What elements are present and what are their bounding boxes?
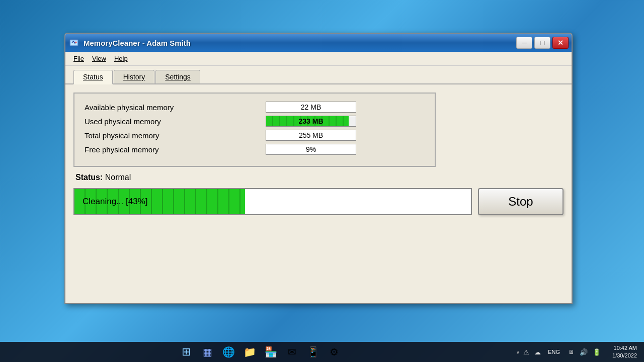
language-indicator[interactable]: ENG (548, 349, 560, 355)
system-tray: ∧ ⚠ ☁ (516, 347, 542, 356)
free-memory-value: 9% (266, 144, 356, 155)
phone-link-button[interactable]: 📱 (304, 343, 322, 361)
progress-text: Cleaning... [43%] (74, 189, 471, 214)
menu-bar: File View Help (65, 52, 572, 66)
used-memory-label: Used physical memory (85, 117, 266, 126)
cleaning-progress-bar: Cleaning... [43%] (73, 188, 472, 215)
memory-used-row: Used physical memory 233 MB (85, 116, 425, 127)
edge-button[interactable]: 🌐 (219, 343, 237, 361)
free-memory-label: Free physical memory (85, 145, 266, 154)
maximize-button[interactable]: □ (534, 37, 550, 49)
memory-free-row: Free physical memory 9% (85, 144, 425, 155)
cloud-icon: ☁ (533, 347, 542, 356)
settings-button[interactable]: ⚙ (325, 343, 343, 361)
available-memory-label: Available physical memory (85, 103, 266, 112)
total-memory-label: Total physical memory (85, 131, 266, 140)
memory-available-row: Available physical memory 22 MB (85, 102, 425, 113)
minimize-button[interactable]: ─ (516, 37, 532, 49)
network-icon[interactable]: 🖥 (566, 347, 575, 356)
content-area: Available physical memory 22 MB Used phy… (65, 84, 572, 223)
menu-help[interactable]: Help (110, 54, 132, 63)
desktop: MemoryCleaner - Adam Smith ─ □ ✕ File Vi… (0, 0, 644, 342)
available-memory-value: 22 MB (266, 102, 356, 113)
taskbar-right: ∧ ⚠ ☁ ENG 🖥 🔊 🔋 10:42 AM 1/30/2022 (516, 344, 640, 360)
taskbar-icons: ⊞ ▦ 🌐 📁 🏪 ✉ 📱 ⚙ (4, 343, 516, 361)
stop-button[interactable]: Stop (478, 188, 564, 215)
title-bar: MemoryCleaner - Adam Smith ─ □ ✕ (65, 34, 572, 52)
warning-icon: ⚠ (522, 347, 531, 356)
start-button[interactable]: ⊞ (177, 343, 195, 361)
mail-button[interactable]: ✉ (283, 343, 301, 361)
store-button[interactable]: 🏪 (262, 343, 280, 361)
systray-chevron[interactable]: ∧ (516, 349, 520, 355)
used-memory-value: 233 MB (266, 116, 356, 127)
tab-history[interactable]: History (114, 70, 155, 83)
window-controls: ─ □ ✕ (516, 37, 569, 49)
close-button[interactable]: ✕ (552, 37, 569, 49)
menu-file[interactable]: File (69, 54, 88, 63)
progress-area: Cleaning... [43%] Stop (73, 188, 564, 215)
taskbar: ⊞ ▦ 🌐 📁 🏪 ✉ 📱 ⚙ ∧ ⚠ ☁ ENG 🖥 🔊 🔋 10:42 AM… (0, 342, 644, 362)
status-line: Status: Normal (73, 173, 564, 182)
tab-settings[interactable]: Settings (155, 70, 200, 83)
total-memory-value: 255 MB (266, 130, 356, 141)
widgets-button[interactable]: ▦ (198, 343, 216, 361)
svg-point-2 (75, 42, 77, 43)
memory-info-box: Available physical memory 22 MB Used phy… (73, 93, 436, 167)
status-label: Status: (75, 173, 103, 182)
app-icon (68, 37, 79, 48)
status-value: Normal (105, 173, 131, 182)
taskbar-clock[interactable]: 10:42 AM 1/30/2022 (609, 344, 640, 360)
app-window: MemoryCleaner - Adam Smith ─ □ ✕ File Vi… (64, 33, 573, 304)
menu-view[interactable]: View (88, 54, 110, 63)
tab-status[interactable]: Status (73, 70, 113, 84)
window-title: MemoryCleaner - Adam Smith (84, 39, 516, 47)
explorer-button[interactable]: 📁 (240, 343, 259, 361)
battery-icon[interactable]: 🔋 (592, 347, 601, 356)
tab-bar: Status History Settings (65, 66, 572, 84)
speaker-icon[interactable]: 🔊 (579, 347, 588, 356)
memory-total-row: Total physical memory 255 MB (85, 130, 425, 141)
